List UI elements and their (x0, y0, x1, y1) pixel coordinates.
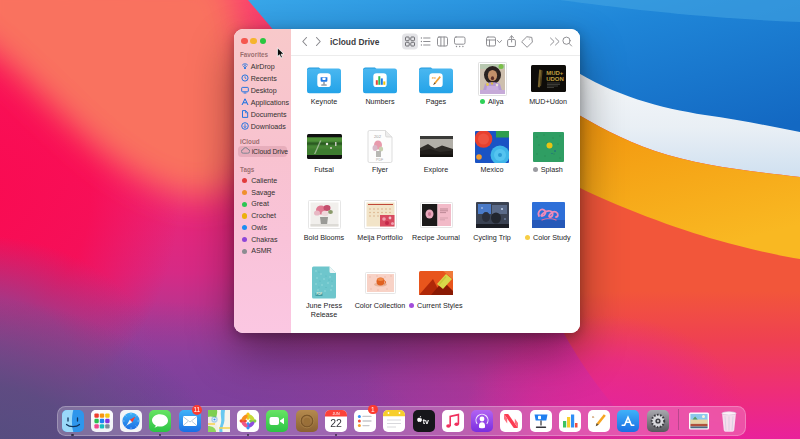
svg-text:22: 22 (330, 417, 342, 429)
svg-text:202: 202 (374, 134, 382, 139)
svg-text:PDF: PDF (316, 292, 322, 296)
svg-text:JUN: JUN (332, 411, 339, 415)
svg-text:ex: ex (432, 75, 436, 79)
svg-text:tv: tv (422, 418, 428, 425)
svg-text:UDON: UDON (546, 76, 564, 82)
svg-text:PDF: PDF (376, 158, 384, 162)
